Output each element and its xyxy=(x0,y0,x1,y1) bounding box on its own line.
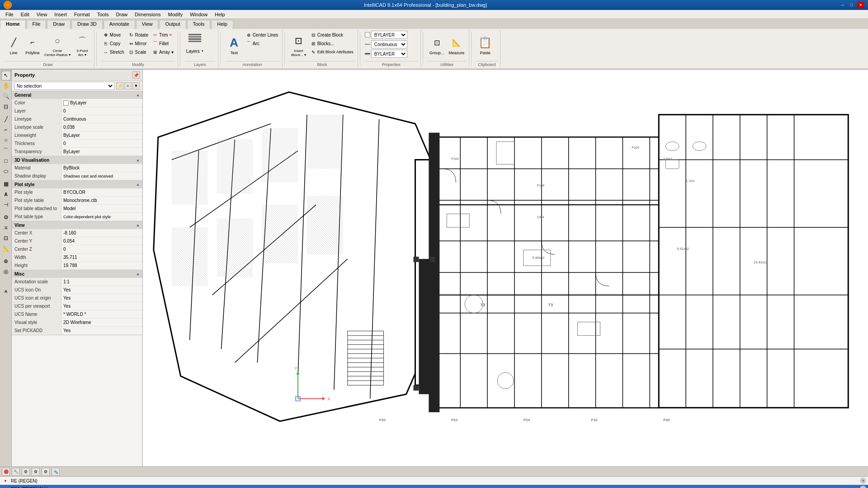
menu-item-help[interactable]: Help xyxy=(211,11,229,18)
draw-arc-tool[interactable]: ⌒ xyxy=(1,145,11,155)
copy-button[interactable]: ⎘ Copy xyxy=(101,39,126,47)
maximize-button[interactable]: □ xyxy=(848,2,855,8)
misc-section-header[interactable]: Misc ▲ xyxy=(12,270,142,278)
properties-tool[interactable]: ⚙ xyxy=(1,212,11,222)
circle-button[interactable]: ○ CircleCenter-Radius ▾ xyxy=(42,31,72,60)
pan-tool[interactable]: ✋ xyxy=(1,81,11,91)
menu-item-draw[interactable]: Draw xyxy=(112,11,131,18)
text-style-tool[interactable]: A xyxy=(1,286,11,296)
cmd-help-re[interactable]: ? xyxy=(860,478,866,484)
menu-item-dimensions[interactable]: Dimensions xyxy=(131,11,164,18)
paste-button[interactable]: 📋 Paste xyxy=(476,31,494,60)
3d-vis-header[interactable]: 3D Visualisation ▲ xyxy=(12,156,142,164)
lineweight-dropdown[interactable]: BYLAYER xyxy=(371,50,407,58)
block-insert-tool[interactable]: ⊡ xyxy=(1,233,11,243)
draw-ellipse-tool[interactable]: ⬭ xyxy=(1,166,11,176)
insert-block-button[interactable]: ⊡ InsertBlock... ▾ xyxy=(289,31,307,60)
text-tool-left[interactable]: A xyxy=(1,189,11,199)
measure-button[interactable]: 📐 Measure xyxy=(447,31,466,60)
cmd-tool-2[interactable]: 🔧 xyxy=(12,468,20,476)
cmd-tool-6[interactable]: 🔩 xyxy=(52,468,60,476)
general-section-header[interactable]: General ▲ xyxy=(12,91,142,99)
block-buttons: ⊡ InsertBlock... ▾ ⊟ Create Block ⊞ Bloc… xyxy=(289,31,355,61)
menu-item-insert[interactable]: Insert xyxy=(51,11,71,18)
group-button[interactable]: ⊡ Group... xyxy=(428,31,446,60)
layers-tool-left[interactable]: ≡ xyxy=(1,223,11,233)
text-icon: A xyxy=(227,35,241,50)
close-button[interactable]: ✕ xyxy=(857,2,864,8)
canvas-area[interactable]: T3 T3 CE4 P104 P104 P108 5.60m2 5.61m2 1… xyxy=(143,70,868,466)
ribbon-tab-file[interactable]: File xyxy=(27,20,47,29)
move-button[interactable]: ✥ Move xyxy=(101,31,126,39)
ribbon-tab-draw[interactable]: Draw xyxy=(47,20,71,29)
hatch-tool[interactable]: ▦ xyxy=(1,179,11,189)
select-similar-button[interactable]: ≈ xyxy=(124,82,132,89)
snap-tool[interactable]: ⊕ xyxy=(1,256,11,266)
menu-item-tools[interactable]: Tools xyxy=(94,11,113,18)
ribbon-group-annotation: A Text ⊕ Center Lines ⌒ Arc Annotation xyxy=(222,30,283,68)
cmd-tool-3[interactable]: ⚙ xyxy=(22,468,30,476)
menu-item-view[interactable]: View xyxy=(33,11,51,18)
property-pin-button[interactable]: 📌 xyxy=(132,71,140,79)
menu-item-format[interactable]: Format xyxy=(71,11,94,18)
ribbon-tab-tools[interactable]: Tools xyxy=(187,20,211,29)
osnap-tool[interactable]: ◎ xyxy=(1,267,11,277)
array-button[interactable]: ⊞ Array ▾ xyxy=(151,48,175,56)
color-dropdown[interactable]: BYLAYER xyxy=(371,31,407,39)
property-options-button[interactable]: ▼ xyxy=(132,82,140,89)
mirror-button[interactable]: ⇔ Mirror xyxy=(127,39,150,47)
zoom-window-tool[interactable]: ⊡ xyxy=(1,102,11,112)
create-block-button[interactable]: ⊟ Create Block xyxy=(309,31,355,39)
select-tool[interactable]: ↖ xyxy=(1,70,11,80)
stretch-icon: ↔ xyxy=(103,49,109,55)
line-button[interactable]: ╱ Line xyxy=(5,31,23,60)
edit-block-attr-button[interactable]: ✎ Edit Block Attributes xyxy=(309,48,355,56)
fillet-button[interactable]: ⌒ Fillet xyxy=(151,39,175,47)
ribbon-tab-help[interactable]: Help xyxy=(211,20,233,29)
draw-rect-tool[interactable]: □ xyxy=(1,156,11,166)
ribbon-tab-draw-3d[interactable]: Draw 3D xyxy=(71,20,103,29)
ribbon-tab-output[interactable]: Output xyxy=(159,20,186,29)
draw-line-tool[interactable]: ╱ xyxy=(1,114,11,124)
menu-item-file[interactable]: File xyxy=(2,11,17,18)
draw-circle-tool[interactable]: ○ xyxy=(1,135,11,145)
stretch-button[interactable]: ↔ Stretch xyxy=(101,48,126,56)
modify-label: Modify xyxy=(101,61,175,67)
quick-select-button[interactable]: ⚡ xyxy=(116,82,123,89)
selection-select[interactable]: No selection xyxy=(14,82,114,90)
cmd-item-rea[interactable]: ● REA (REGENALL) ? xyxy=(0,485,868,488)
cmd-item-re[interactable]: ● RE (REGEN) ? xyxy=(0,477,868,485)
measure-tool-left[interactable]: 📐 xyxy=(1,244,11,253)
menu-item-modify[interactable]: Modify xyxy=(165,11,186,18)
svg-rect-91 xyxy=(413,257,419,262)
dim-tool[interactable]: ⊣ xyxy=(1,200,11,210)
center-lines-button[interactable]: ⊕ Center Lines xyxy=(244,31,280,39)
ribbon-tab-view[interactable]: View xyxy=(136,20,159,29)
text-button[interactable]: A Text xyxy=(225,31,243,60)
plot-style-header[interactable]: Plot style ▲ xyxy=(12,181,142,188)
cmd-tool-1[interactable]: 🔴 xyxy=(2,468,10,476)
view-section-header[interactable]: View ▲ xyxy=(12,221,142,229)
cmd-tool-4[interactable]: ⚙ xyxy=(32,468,40,476)
draw-polyline-tool[interactable]: ⌐ xyxy=(1,125,11,135)
ribbon-tab-annotate[interactable]: Annotate xyxy=(104,20,135,29)
menu-item-edit[interactable]: Edit xyxy=(17,11,33,18)
layers-dropdown-button[interactable]: Layers ▾ xyxy=(185,47,205,55)
scale-button[interactable]: ⊡ Scale xyxy=(127,48,150,56)
bylayer2-row: BYLAYER xyxy=(365,50,418,58)
ribbon-tab-home[interactable]: Home xyxy=(0,20,26,29)
cmd-tool-5[interactable]: ⚙ xyxy=(42,468,50,476)
rotate-button[interactable]: ↻ Rotate xyxy=(127,31,150,39)
blocks-button[interactable]: ⊞ Blocks... xyxy=(309,39,355,47)
polyline-button[interactable]: ⌐ Polyline xyxy=(24,31,42,60)
arc-button[interactable]: ⌒ 3-PointArc ▾ xyxy=(73,31,91,60)
menu-item-window[interactable]: Window xyxy=(186,11,211,18)
arc-annotation-button[interactable]: ⌒ Arc xyxy=(244,39,280,47)
cmd-help-rea[interactable]: ? xyxy=(860,486,866,488)
svg-text:1.7m2: 1.7m2 xyxy=(686,179,694,183)
trim-button[interactable]: ✂ Trim ✕ xyxy=(151,31,175,39)
linetype-dropdown[interactable]: Continuous xyxy=(371,40,407,48)
minimize-button[interactable]: ─ xyxy=(839,2,846,8)
utilities-buttons: ⊡ Group... 📐 Measure xyxy=(428,31,467,61)
zoom-tool[interactable]: 🔍 xyxy=(1,91,11,101)
